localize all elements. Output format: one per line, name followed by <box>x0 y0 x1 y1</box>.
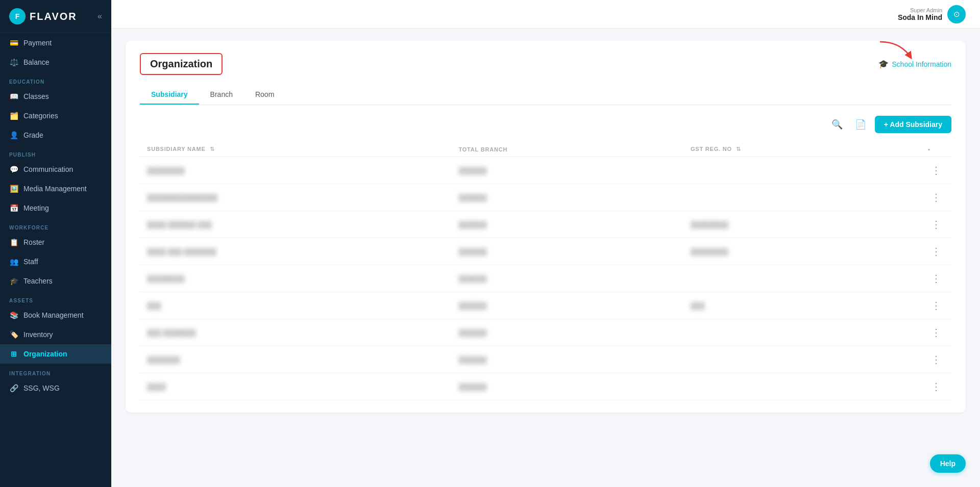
cell-gst-reg-no-8 <box>683 373 921 400</box>
cell-gst-reg-no-3: ████████ <box>683 238 921 265</box>
sidebar-item-book-management[interactable]: 📚 Book Management <box>0 305 111 325</box>
sidebar-item-teachers[interactable]: 🎓 Teachers <box>0 271 111 291</box>
col-subsidiary-name: SUBSIDIARY NAME ⇅ <box>140 142 451 157</box>
row-more-button-8[interactable]: ⋮ <box>928 379 944 394</box>
sidebar-item-grade[interactable]: 👤 Grade <box>0 125 111 145</box>
cell-subsidiary-name-4: ████████ <box>140 265 451 292</box>
cell-subsidiary-name-1: ███████████████ <box>140 184 451 211</box>
col-actions-header: • <box>921 142 951 157</box>
book-management-icon: 📚 <box>9 311 18 320</box>
sidebar-item-classes[interactable]: 📖 Classes <box>0 87 111 106</box>
sidebar-item-label-meeting: Meeting <box>23 204 49 212</box>
row-more-button-3[interactable]: ⋮ <box>928 244 944 259</box>
sidebar-item-meeting[interactable]: 📅 Meeting <box>0 198 111 218</box>
cell-gst-reg-no-4 <box>683 265 921 292</box>
tab-room[interactable]: Room <box>244 85 285 105</box>
school-icon: 🎓 <box>878 59 889 69</box>
cell-total-branch-6: ██████ <box>451 319 683 346</box>
cell-subsidiary-name-7: ███████ <box>140 346 451 373</box>
sidebar-section-workforce: WORKFORCE <box>0 218 111 233</box>
school-info-link[interactable]: 🎓 School Information <box>878 59 951 69</box>
sidebar-section-education: EDUCATION <box>0 72 111 87</box>
sidebar-item-label-classes: Classes <box>23 92 49 100</box>
tab-subsidiary[interactable]: Subsidiary <box>140 85 199 105</box>
cell-actions-3: ⋮ <box>921 238 951 265</box>
tab-branch[interactable]: Branch <box>199 85 244 105</box>
sidebar-item-roster[interactable]: 📋 Roster <box>0 233 111 252</box>
cell-total-branch-3: ██████ <box>451 238 683 265</box>
inventory-icon: 🏷️ <box>9 330 18 339</box>
sidebar-item-categories[interactable]: 🗂️ Categories <box>0 106 111 125</box>
page-card: Organization 🎓 School Information <box>126 41 966 413</box>
payment-icon: 💳 <box>9 38 18 47</box>
categories-icon: 🗂️ <box>9 111 18 120</box>
balance-icon: ⚖️ <box>9 58 18 67</box>
cell-actions-2: ⋮ <box>921 211 951 238</box>
export-button[interactable]: 📄 <box>851 115 870 134</box>
table-row: ████████ ██████ ⋮ <box>140 157 951 184</box>
table-header: SUBSIDIARY NAME ⇅ TOTAL BRANCH GST REG. … <box>140 142 951 157</box>
cell-total-branch-8: ██████ <box>451 373 683 400</box>
cell-subsidiary-name-0: ████████ <box>140 157 451 184</box>
sidebar-item-media-management[interactable]: 🖼️ Media Management <box>0 179 111 198</box>
sidebar-item-staff[interactable]: 👥 Staff <box>0 252 111 271</box>
sort-icon-subsidiary: ⇅ <box>210 146 215 152</box>
sidebar-section-publish: PUBLISH <box>0 145 111 160</box>
sort-icon-gst: ⇅ <box>736 146 741 152</box>
user-avatar: ⊙ <box>947 5 966 23</box>
sidebar-item-communication[interactable]: 💬 Communication <box>0 160 111 179</box>
cell-gst-reg-no-7 <box>683 346 921 373</box>
row-more-button-4[interactable]: ⋮ <box>928 271 944 286</box>
cell-actions-6: ⋮ <box>921 319 951 346</box>
table-row: ████████ ██████ ⋮ <box>140 265 951 292</box>
cell-gst-reg-no-5: ███ <box>683 292 921 319</box>
help-button[interactable]: Help <box>930 454 966 473</box>
main-area: Super Admin Soda In Mind ⊙ Organization <box>111 0 980 487</box>
cell-actions-1: ⋮ <box>921 184 951 211</box>
col-total-branch: TOTAL BRANCH <box>451 142 683 157</box>
sidebar-item-payment[interactable]: 💳 Payment <box>0 33 111 53</box>
sidebar: F FLAVOR « 💳 Payment ⚖️ Balance EDUCATIO… <box>0 0 111 487</box>
classes-icon: 📖 <box>9 92 18 101</box>
sidebar-collapse-button[interactable]: « <box>97 12 102 21</box>
sidebar-item-balance[interactable]: ⚖️ Balance <box>0 53 111 72</box>
page-header: Organization 🎓 School Information <box>140 53 951 75</box>
table-header-row: SUBSIDIARY NAME ⇅ TOTAL BRANCH GST REG. … <box>140 142 951 157</box>
content-area: Organization 🎓 School Information <box>111 29 980 487</box>
cell-subsidiary-name-2: ████ ██████ ███ <box>140 211 451 238</box>
logo-icon: F <box>9 8 26 24</box>
row-more-button-2[interactable]: ⋮ <box>928 217 944 232</box>
ssg-wsg-icon: 🔗 <box>9 383 18 393</box>
user-menu[interactable]: Super Admin Soda In Mind ⊙ <box>898 5 966 23</box>
cell-total-branch-1: ██████ <box>451 184 683 211</box>
sidebar-item-inventory[interactable]: 🏷️ Inventory <box>0 325 111 344</box>
row-more-button-7[interactable]: ⋮ <box>928 352 944 367</box>
row-more-button-1[interactable]: ⋮ <box>928 190 944 204</box>
row-more-button-0[interactable]: ⋮ <box>928 163 944 177</box>
subsidiary-table: SUBSIDIARY NAME ⇅ TOTAL BRANCH GST REG. … <box>140 142 951 400</box>
sidebar-item-label-staff: Staff <box>23 258 38 266</box>
sidebar-item-organization[interactable]: ⊞ Organization <box>0 344 111 364</box>
table-body: ████████ ██████ ⋮ ███████████████ ██████ <box>140 157 951 400</box>
table-row: ███ ███████ ██████ ⋮ <box>140 319 951 346</box>
sidebar-item-label-balance: Balance <box>23 58 50 66</box>
search-button[interactable]: 🔍 <box>828 115 846 134</box>
table-row: ████ ██████ ███ ██████ ████████ ⋮ <box>140 211 951 238</box>
cell-total-branch-2: ██████ <box>451 211 683 238</box>
cell-subsidiary-name-3: ████ ███ ███████ <box>140 238 451 265</box>
table-row: ███████ ██████ ⋮ <box>140 346 951 373</box>
cell-subsidiary-name-5: ███ <box>140 292 451 319</box>
sidebar-section-assets: ASSETS <box>0 291 111 305</box>
cell-gst-reg-no-0 <box>683 157 921 184</box>
table-row: ████ ███ ███████ ██████ ████████ ⋮ <box>140 238 951 265</box>
user-info: Super Admin Soda In Mind <box>898 7 942 21</box>
organization-icon: ⊞ <box>9 349 18 358</box>
staff-icon: 👥 <box>9 257 18 266</box>
row-more-button-6[interactable]: ⋮ <box>928 325 944 340</box>
sidebar-logo: F FLAVOR « <box>0 0 111 33</box>
add-subsidiary-button[interactable]: + Add Subsidiary <box>875 116 951 133</box>
row-more-button-5[interactable]: ⋮ <box>928 298 944 313</box>
cell-actions-5: ⋮ <box>921 292 951 319</box>
teachers-icon: 🎓 <box>9 276 18 286</box>
sidebar-item-ssg-wsg[interactable]: 🔗 SSG, WSG <box>0 378 111 398</box>
